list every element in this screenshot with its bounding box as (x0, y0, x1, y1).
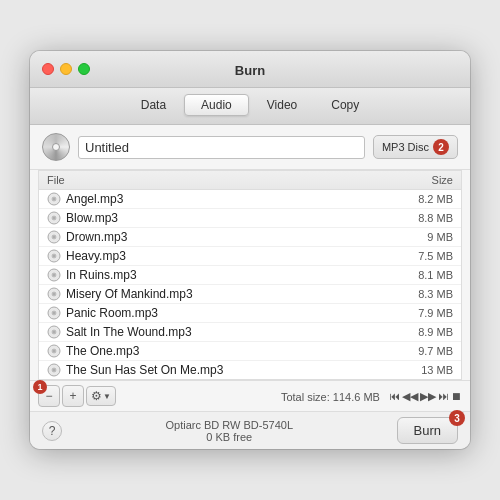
file-row-left: Salt In The Wound.mp3 (47, 325, 192, 339)
file-icon (47, 192, 61, 206)
file-name: Misery Of Mankind.mp3 (66, 287, 193, 301)
file-row-left: Heavy.mp3 (47, 249, 126, 263)
titlebar: Burn (30, 51, 470, 88)
svg-point-20 (53, 312, 55, 314)
mp3-disc-button[interactable]: MP3 Disc 2 (373, 135, 458, 159)
file-size: 7.9 MB (418, 307, 453, 319)
skip-back-icon[interactable]: ⏮ (389, 390, 400, 402)
file-size: 9.7 MB (418, 345, 453, 357)
toolbar: MP3 Disc 2 (30, 125, 470, 170)
table-row[interactable]: Angel.mp3 8.2 MB (39, 190, 461, 209)
help-button[interactable]: ? (42, 421, 62, 441)
file-name: Panic Room.mp3 (66, 306, 158, 320)
table-row[interactable]: The Sun Has Set On Me.mp3 13 MB (39, 361, 461, 380)
device-name: Optiarc BD RW BD-5740L (62, 419, 397, 431)
table-row[interactable]: Panic Room.mp3 7.9 MB (39, 304, 461, 323)
file-size: 9 MB (427, 231, 453, 243)
burn-badge: 3 (449, 410, 465, 426)
file-name: Salt In The Wound.mp3 (66, 325, 192, 339)
traffic-lights (42, 63, 90, 75)
file-icon (47, 344, 61, 358)
tab-video[interactable]: Video (251, 94, 313, 116)
svg-point-23 (53, 331, 55, 333)
rewind-icon[interactable]: ◀◀ (402, 390, 418, 403)
col-size-header: Size (432, 174, 453, 186)
gear-button[interactable]: ⚙ ▼ (86, 386, 116, 406)
stop-icon[interactable]: ⏹ (451, 390, 462, 402)
table-row[interactable]: Misery Of Mankind.mp3 8.3 MB (39, 285, 461, 304)
col-file-header: File (47, 174, 65, 186)
file-list-header: File Size (39, 171, 461, 190)
remove-button[interactable]: 1 − (38, 385, 60, 407)
file-size: 8.1 MB (418, 269, 453, 281)
minus-icon: − (45, 389, 52, 403)
file-row-left: Angel.mp3 (47, 192, 123, 206)
gear-icon: ⚙ (91, 389, 102, 403)
file-name: Angel.mp3 (66, 192, 123, 206)
svg-point-2 (53, 198, 55, 200)
svg-point-17 (53, 293, 55, 295)
svg-point-5 (53, 217, 55, 219)
add-button[interactable]: + (62, 385, 84, 407)
file-icon (47, 287, 61, 301)
table-row[interactable]: In Ruins.mp3 8.1 MB (39, 266, 461, 285)
file-icon (47, 306, 61, 320)
file-name: The Sun Has Set On Me.mp3 (66, 363, 223, 377)
gear-chevron-icon: ▼ (103, 392, 111, 401)
file-row-left: Drown.mp3 (47, 230, 127, 244)
mp3-disc-badge: 2 (433, 139, 449, 155)
disc-title-input[interactable] (78, 136, 365, 159)
file-row-left: The Sun Has Set On Me.mp3 (47, 363, 223, 377)
svg-point-29 (53, 369, 55, 371)
file-icon (47, 325, 61, 339)
file-name: Heavy.mp3 (66, 249, 126, 263)
minimize-button[interactable] (60, 63, 72, 75)
table-row[interactable]: Heavy.mp3 7.5 MB (39, 247, 461, 266)
file-row-left: The One.mp3 (47, 344, 139, 358)
skip-forward-icon[interactable]: ⏭ (438, 390, 449, 402)
file-icon (47, 249, 61, 263)
file-name: The One.mp3 (66, 344, 139, 358)
remove-badge: 1 (33, 380, 47, 394)
burn-label: Burn (414, 423, 441, 438)
file-icon (47, 211, 61, 225)
status-info: Optiarc BD RW BD-5740L 0 KB free (62, 419, 397, 443)
file-rows: Angel.mp3 8.2 MB Blow.mp3 8.8 MB (39, 190, 461, 380)
free-space: 0 KB free (62, 431, 397, 443)
table-row[interactable]: The One.mp3 9.7 MB (39, 342, 461, 361)
tab-bar: Data Audio Video Copy (30, 88, 470, 125)
burn-button[interactable]: Burn 3 (397, 417, 458, 444)
main-window: Burn Data Audio Video Copy MP3 Disc 2 Fi… (30, 51, 470, 449)
file-icon (47, 363, 61, 377)
maximize-button[interactable] (78, 63, 90, 75)
bottom-controls: 1 − + ⚙ ▼ (38, 385, 116, 407)
total-size-label: Total size: 114.6 MB ⏮ ◀◀ ▶▶ ⏭ ⏹ (281, 390, 462, 403)
file-list[interactable]: File Size Angel.mp3 8.2 MB (38, 170, 462, 380)
file-icon (47, 230, 61, 244)
close-button[interactable] (42, 63, 54, 75)
status-bar: ? Optiarc BD RW BD-5740L 0 KB free Burn … (30, 411, 470, 449)
fast-forward-icon[interactable]: ▶▶ (420, 390, 436, 403)
mp3-disc-label: MP3 Disc (382, 141, 429, 153)
tab-copy[interactable]: Copy (315, 94, 375, 116)
file-size: 8.2 MB (418, 193, 453, 205)
file-row-left: In Ruins.mp3 (47, 268, 137, 282)
file-name: In Ruins.mp3 (66, 268, 137, 282)
tab-audio[interactable]: Audio (184, 94, 249, 116)
file-size: 8.8 MB (418, 212, 453, 224)
table-row[interactable]: Blow.mp3 8.8 MB (39, 209, 461, 228)
playback-controls: ⏮ ◀◀ ▶▶ ⏭ ⏹ (389, 390, 462, 403)
file-row-left: Misery Of Mankind.mp3 (47, 287, 193, 301)
bottom-bar: 1 − + ⚙ ▼ Total size: 114.6 MB ⏮ ◀◀ ▶▶ ⏭… (30, 380, 470, 411)
svg-point-8 (53, 236, 55, 238)
svg-point-14 (53, 274, 55, 276)
help-icon: ? (49, 424, 56, 438)
file-name: Drown.mp3 (66, 230, 127, 244)
file-row-left: Blow.mp3 (47, 211, 118, 225)
disc-icon (42, 133, 70, 161)
table-row[interactable]: Drown.mp3 9 MB (39, 228, 461, 247)
file-size: 13 MB (421, 364, 453, 376)
table-row[interactable]: Salt In The Wound.mp3 8.9 MB (39, 323, 461, 342)
tab-data[interactable]: Data (125, 94, 182, 116)
file-icon (47, 268, 61, 282)
